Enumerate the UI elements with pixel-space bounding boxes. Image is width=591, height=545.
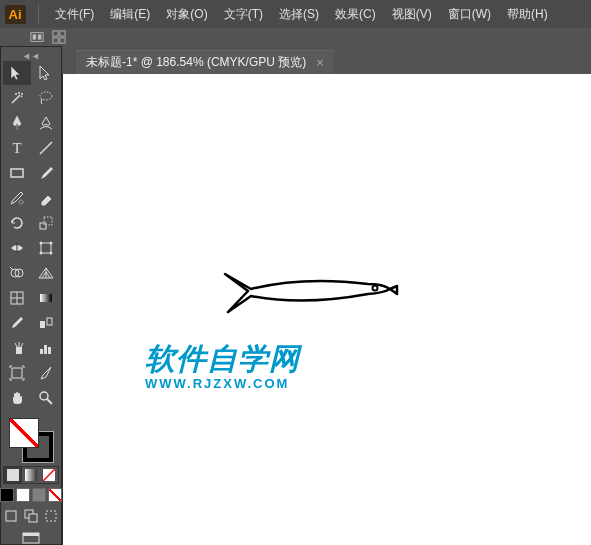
doc-bridge-icon[interactable] <box>30 30 44 44</box>
svg-point-16 <box>40 242 43 245</box>
swatch-gray[interactable] <box>32 488 46 502</box>
tab-close-icon[interactable]: × <box>316 55 324 70</box>
svg-line-34 <box>47 399 52 404</box>
color-mode-selector <box>3 466 59 484</box>
color-mode-none[interactable] <box>40 467 58 483</box>
svg-point-17 <box>50 242 53 245</box>
svg-point-7 <box>40 92 52 100</box>
toolbar-expand-icon[interactable]: ◄◄ <box>3 51 59 61</box>
hand-tool[interactable] <box>3 386 31 410</box>
watermark: 软件自学网 WWW.RJZXW.COM <box>145 339 300 391</box>
svg-rect-29 <box>40 349 43 354</box>
swatch-white[interactable] <box>16 488 30 502</box>
curvature-tool[interactable] <box>32 111 60 135</box>
magic-wand-tool[interactable] <box>3 86 31 110</box>
paintbrush-tool[interactable] <box>32 161 60 185</box>
svg-rect-6 <box>60 38 65 43</box>
canvas[interactable]: 软件自学网 WWW.RJZXW.COM <box>62 74 591 545</box>
svg-rect-42 <box>46 511 56 521</box>
menu-type[interactable]: 文字(T) <box>216 0 271 28</box>
workspace: 未标题-1* @ 186.54% (CMYK/GPU 预览) × 软件自学网 W… <box>62 46 591 545</box>
watermark-url: WWW.RJZXW.COM <box>145 376 300 391</box>
svg-point-19 <box>50 252 53 255</box>
line-tool[interactable] <box>32 136 60 160</box>
free-transform-tool[interactable] <box>32 236 60 260</box>
app-icon: Ai <box>0 0 30 28</box>
color-mode-gradient[interactable] <box>22 467 40 483</box>
svg-rect-26 <box>40 321 45 328</box>
draw-behind-icon[interactable] <box>23 508 39 524</box>
swatches-row <box>0 488 62 502</box>
tab-bar: 未标题-1* @ 186.54% (CMYK/GPU 预览) × <box>62 46 591 74</box>
svg-point-18 <box>40 252 43 255</box>
svg-rect-35 <box>7 469 19 481</box>
draw-inside-icon[interactable] <box>43 508 59 524</box>
doc-control-bar <box>0 28 591 46</box>
fill-swatch[interactable] <box>9 418 39 448</box>
menu-object[interactable]: 对象(O) <box>158 0 215 28</box>
tab-title: 未标题-1* @ 186.54% (CMYK/GPU 预览) <box>86 54 306 71</box>
draw-modes <box>3 508 59 524</box>
svg-point-11 <box>19 200 23 204</box>
titlebar: Ai 文件(F) 编辑(E) 对象(O) 文字(T) 选择(S) 效果(C) 视… <box>0 0 591 28</box>
separator <box>38 4 39 24</box>
screen-mode-icon[interactable] <box>22 532 40 545</box>
perspective-grid-tool[interactable] <box>32 261 60 285</box>
menu-view[interactable]: 视图(V) <box>384 0 440 28</box>
draw-normal-icon[interactable] <box>3 508 19 524</box>
ai-badge-icon: Ai <box>5 5 26 24</box>
column-graph-tool[interactable] <box>32 336 60 360</box>
eraser-tool[interactable] <box>32 186 60 210</box>
rotate-tool[interactable] <box>3 211 31 235</box>
menu-select[interactable]: 选择(S) <box>271 0 327 28</box>
svg-rect-13 <box>44 217 52 225</box>
type-tool[interactable]: T <box>3 136 31 160</box>
tool-grid: T <box>3 61 59 410</box>
shaper-tool[interactable] <box>3 186 31 210</box>
swatch-red[interactable] <box>48 488 62 502</box>
svg-rect-27 <box>47 318 52 325</box>
color-mode-solid[interactable] <box>4 467 22 483</box>
color-section <box>3 418 59 545</box>
svg-rect-3 <box>53 31 58 36</box>
swatch-black[interactable] <box>0 488 14 502</box>
symbol-sprayer-tool[interactable] <box>3 336 31 360</box>
svg-rect-10 <box>11 169 23 177</box>
gradient-tool[interactable] <box>32 286 60 310</box>
menu-help[interactable]: 帮助(H) <box>499 0 556 28</box>
fill-stroke-indicator[interactable] <box>9 418 53 462</box>
svg-rect-36 <box>25 469 37 481</box>
menu-file[interactable]: 文件(F) <box>47 0 102 28</box>
scale-tool[interactable] <box>32 211 60 235</box>
lasso-tool[interactable] <box>32 86 60 110</box>
main-area: ◄◄ T <box>0 46 591 545</box>
svg-line-9 <box>40 142 52 154</box>
pen-tool[interactable] <box>3 111 31 135</box>
doc-arrange-icon[interactable] <box>52 30 66 44</box>
eyedropper-tool[interactable] <box>3 311 31 335</box>
rectangle-tool[interactable] <box>3 161 31 185</box>
menubar: 文件(F) 编辑(E) 对象(O) 文字(T) 选择(S) 效果(C) 视图(V… <box>47 0 556 28</box>
menu-window[interactable]: 窗口(W) <box>440 0 499 28</box>
width-tool[interactable] <box>3 236 31 260</box>
svg-rect-30 <box>44 345 47 354</box>
svg-rect-41 <box>29 514 37 522</box>
artboard-tool[interactable] <box>3 361 31 385</box>
menu-edit[interactable]: 编辑(E) <box>102 0 158 28</box>
svg-rect-32 <box>12 368 22 378</box>
svg-rect-2 <box>38 34 42 39</box>
slice-tool[interactable] <box>32 361 60 385</box>
direct-selection-tool[interactable] <box>32 61 60 85</box>
svg-rect-4 <box>60 31 65 36</box>
svg-rect-25 <box>40 294 52 302</box>
menu-effect[interactable]: 效果(C) <box>327 0 384 28</box>
selection-tool[interactable] <box>3 61 31 85</box>
svg-rect-31 <box>48 347 51 354</box>
svg-rect-5 <box>53 38 58 43</box>
zoom-tool[interactable] <box>32 386 60 410</box>
svg-rect-39 <box>6 511 16 521</box>
mesh-tool[interactable] <box>3 286 31 310</box>
blend-tool[interactable] <box>32 311 60 335</box>
shape-builder-tool[interactable] <box>3 261 31 285</box>
document-tab[interactable]: 未标题-1* @ 186.54% (CMYK/GPU 预览) × <box>76 50 334 74</box>
